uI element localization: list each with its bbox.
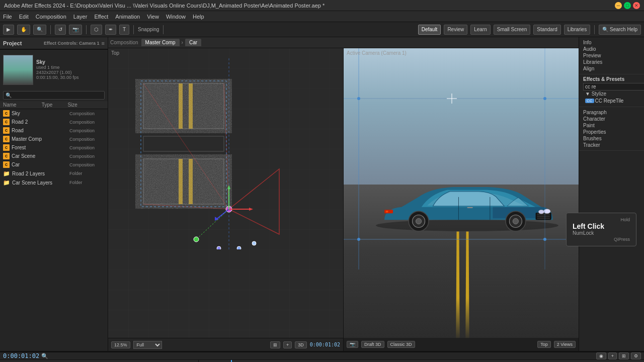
paint-item[interactable]: Paint xyxy=(583,122,640,129)
timeline-settings-btn[interactable]: ⚙ xyxy=(631,352,641,359)
view-3d-btn[interactable]: 3D xyxy=(295,341,307,348)
timeline-search-icon[interactable]: 🔍 xyxy=(41,353,48,359)
project-item-road2layers[interactable]: 📁 Road 2 Layers Folder xyxy=(0,169,108,178)
view-guide-btn[interactable]: + xyxy=(283,341,292,348)
menu-help[interactable]: Help xyxy=(193,14,204,20)
maximize-button[interactable]: □ xyxy=(624,2,631,9)
effects-cc-repetile[interactable]: CC CC RepeTile xyxy=(583,97,640,105)
menu-animation[interactable]: Animation xyxy=(115,14,140,20)
svg-point-29 xyxy=(376,220,558,231)
comp-icon-master: C xyxy=(3,136,10,142)
col-type: Type xyxy=(42,102,53,108)
svg-rect-46 xyxy=(467,207,472,208)
project-item-carscene[interactable]: C Car Scene Composition xyxy=(0,152,108,160)
view-draft3d-btn[interactable]: Draft 3D xyxy=(361,341,384,348)
paragraph-item[interactable]: Paragraph xyxy=(583,109,640,116)
project-item-forest[interactable]: C Forest Composition xyxy=(0,143,108,152)
left-panel: Project Effect Controls: Camera 1 ≡ Sky … xyxy=(0,37,108,351)
playhead[interactable] xyxy=(231,360,232,362)
tool-rotate[interactable]: ↺ xyxy=(55,25,66,35)
view-zoom-btn[interactable]: 12.5% xyxy=(111,341,130,348)
menu-composition[interactable]: Composition xyxy=(36,14,66,20)
close-button[interactable]: ✕ xyxy=(633,2,640,9)
timeline-duplicate-btn[interactable]: ⊞ xyxy=(619,352,629,359)
timeline-timecode[interactable]: 0:00:01:02 xyxy=(3,352,39,359)
minimize-button[interactable]: ─ xyxy=(615,2,622,9)
menu-layer[interactable]: Layer xyxy=(73,14,88,20)
tool-zoom[interactable]: 🔍 xyxy=(33,25,46,35)
tool-select[interactable]: ▶ xyxy=(3,25,14,35)
item-type-car: Composition xyxy=(69,162,105,167)
view-classic3d-btn[interactable]: Classic 3D xyxy=(387,341,415,348)
tooltip-brand: QiPress xyxy=(573,237,630,242)
project-item-car[interactable]: C Car Composition xyxy=(0,160,108,169)
tool-mask[interactable]: ⬡ xyxy=(91,25,102,35)
timeline-solo-btn[interactable]: ◉ xyxy=(596,352,606,359)
panel-menu-icon[interactable]: ≡ xyxy=(102,40,105,46)
center-panel: Composition Master Comp › Car Top xyxy=(108,37,579,351)
workspace-libraries[interactable]: Libraries xyxy=(564,25,590,35)
brushes-item[interactable]: Brushes xyxy=(583,135,640,142)
view-top-btn[interactable]: Top xyxy=(537,341,551,348)
item-name-sky: Sky xyxy=(12,111,67,116)
properties-item[interactable]: Properties xyxy=(583,129,640,135)
project-item-carscelayers[interactable]: 📁 Car Scene Layers Folder xyxy=(0,178,108,187)
comp-tab-mastercomp[interactable]: Master Comp xyxy=(141,39,180,46)
effects-search-area: ✕ xyxy=(583,83,640,90)
tool-text[interactable]: T xyxy=(119,25,129,35)
svg-line-22 xyxy=(196,209,229,239)
project-item-sky[interactable]: C Sky Composition xyxy=(0,109,108,118)
align-item[interactable]: Align xyxy=(583,65,640,72)
workspace-default[interactable]: Default xyxy=(418,25,441,35)
effect-controls-tab[interactable]: Effect Controls: Camera 1 xyxy=(44,41,100,46)
workspace-standard[interactable]: Standard xyxy=(533,25,561,35)
menu-file[interactable]: File xyxy=(3,14,12,20)
view-camera-icon[interactable]: 📷 xyxy=(347,341,358,348)
timeline-panel: Master Comp Car Scene Car Forest Road Sk… xyxy=(0,351,644,362)
item-name-car: Car xyxy=(12,162,67,167)
comp-icon-car: C xyxy=(3,161,10,168)
tracker-item[interactable]: Tracker xyxy=(583,142,640,148)
comp-icon-road: C xyxy=(3,127,10,134)
project-item-master[interactable]: C Master Comp Composition xyxy=(0,135,108,143)
project-item-road2[interactable]: C Road 2 Composition xyxy=(0,118,108,126)
view-quality-select[interactable]: FullHalfQuarter xyxy=(133,341,162,349)
item-type-sky: Composition xyxy=(69,111,105,116)
tool-pen[interactable]: ✒ xyxy=(105,25,116,35)
menu-view[interactable]: View xyxy=(147,14,159,20)
effects-search-input[interactable] xyxy=(583,83,644,90)
tooltip-action: Left Click xyxy=(573,222,630,230)
project-item-road[interactable]: C Road Composition xyxy=(0,126,108,135)
workspace-small-screen[interactable]: Small Screen xyxy=(494,25,530,35)
menu-effect[interactable]: Effect xyxy=(94,14,108,20)
preview-item[interactable]: Preview xyxy=(583,52,640,59)
item-type-road: Composition xyxy=(69,128,105,133)
car-container xyxy=(367,124,567,276)
audio-item[interactable]: Audio xyxy=(583,46,640,52)
comp-tab-car[interactable]: Car xyxy=(185,39,201,46)
preview-thumbnail xyxy=(3,55,33,85)
menu-edit[interactable]: Edit xyxy=(19,14,29,20)
menu-window[interactable]: Window xyxy=(166,14,186,20)
view-left-canvas[interactable] xyxy=(108,48,343,338)
project-search-input[interactable] xyxy=(3,91,105,100)
timeline-new-layer-btn[interactable]: + xyxy=(608,352,617,359)
view-2views-btn[interactable]: 2 Views xyxy=(554,341,576,348)
workspace-learn[interactable]: Learn xyxy=(470,25,491,35)
composition-label: Composition xyxy=(110,40,138,45)
info-item[interactable]: Info xyxy=(583,39,640,46)
search-help-button[interactable]: 🔍 Search Help xyxy=(599,25,641,35)
tool-camera[interactable]: 📷 xyxy=(69,25,82,35)
toolbar-separator-2 xyxy=(86,25,87,34)
timeline-toolbar: 0:00:01:02 🔍 ◉ + ⊞ ⚙ xyxy=(0,352,644,360)
project-column-headers: Name Type Size xyxy=(0,101,108,109)
character-item[interactable]: Character xyxy=(583,116,640,122)
libraries-item[interactable]: Libraries xyxy=(583,59,640,65)
workspace-review[interactable]: Review xyxy=(444,25,467,35)
tool-hand[interactable]: ✋ xyxy=(17,25,30,35)
view-left-label: Top xyxy=(111,50,119,56)
window-controls: ─ □ ✕ xyxy=(615,2,640,9)
view-grid-btn[interactable]: ⊞ xyxy=(270,341,280,348)
layer-column-header: ⊡⊡⊡⊡⊡⊡⊡⊡ Layer Name Parent & Link Stretc… xyxy=(0,360,198,362)
time-ruler: 00s 01s 02s 03s 04s 05s 06s 07s 08s 09s … xyxy=(199,360,644,362)
